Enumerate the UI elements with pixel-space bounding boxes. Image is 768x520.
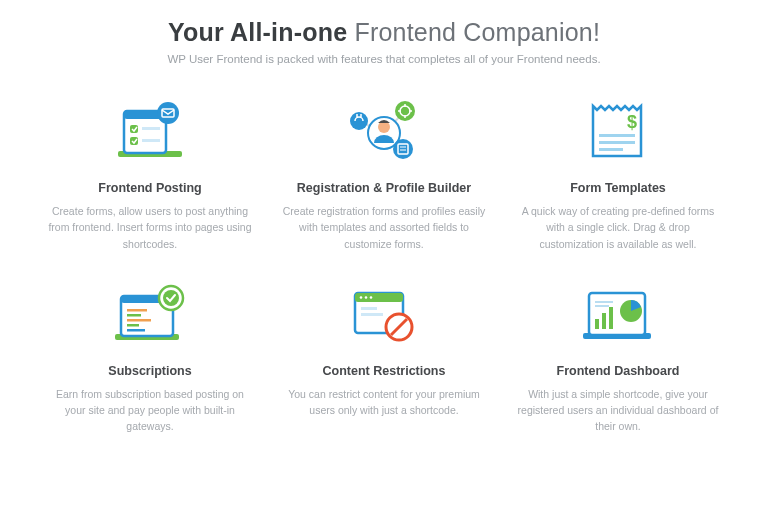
svg-point-32 (360, 296, 363, 299)
frontend-dashboard-icon (514, 278, 722, 354)
feature-subscriptions: Subscriptions Earn from subscription bas… (40, 278, 260, 435)
svg-rect-23 (127, 309, 147, 312)
svg-point-34 (370, 296, 373, 299)
svg-rect-35 (361, 307, 377, 310)
svg-rect-41 (595, 319, 599, 329)
feature-desc: Create forms, allow users to post anythi… (46, 203, 254, 252)
feature-content-restrictions: Content Restrictions You can restrict co… (274, 278, 494, 435)
features-grid: Frontend Posting Create forms, allow use… (40, 95, 728, 435)
content-restrictions-icon (280, 278, 488, 354)
hero: Your All-in-one Frontend Companion! WP U… (40, 18, 728, 65)
subscriptions-icon (46, 278, 254, 354)
svg-point-14 (393, 139, 413, 159)
svg-rect-6 (142, 139, 160, 142)
title-rest: Frontend Companion! (347, 18, 600, 46)
svg-rect-17 (599, 134, 635, 137)
svg-rect-42 (602, 313, 606, 329)
svg-rect-24 (127, 314, 141, 317)
svg-point-11 (350, 112, 368, 130)
svg-rect-26 (127, 324, 139, 327)
svg-rect-36 (361, 313, 383, 316)
feature-desc: Earn from subscription based posting on … (46, 386, 254, 435)
feature-desc: A quick way of creating pre-defined form… (514, 203, 722, 252)
feature-frontend-dashboard: Frontend Dashboard With just a simple sh… (508, 278, 728, 435)
feature-registration-profile: Registration & Profile Builder Create re… (274, 95, 494, 252)
svg-rect-18 (599, 141, 635, 144)
feature-desc: With just a simple shortcode, give your … (514, 386, 722, 435)
title-bold: Your All-in-one (168, 18, 347, 46)
svg-rect-4 (142, 127, 160, 130)
svg-rect-43 (609, 307, 613, 329)
page-title: Your All-in-one Frontend Companion! (40, 18, 728, 47)
feature-title: Subscriptions (46, 364, 254, 378)
svg-point-29 (163, 290, 179, 306)
page-subtitle: WP User Frontend is packed with features… (40, 53, 728, 65)
svg-rect-19 (599, 148, 623, 151)
svg-point-33 (365, 296, 368, 299)
feature-frontend-posting: Frontend Posting Create forms, allow use… (40, 95, 260, 252)
svg-text:$: $ (627, 112, 637, 132)
svg-point-7 (157, 102, 179, 124)
feature-desc: You can restrict content for your premiu… (280, 386, 488, 419)
feature-desc: Create registration forms and profiles e… (280, 203, 488, 252)
feature-title: Frontend Posting (46, 181, 254, 195)
frontend-posting-icon (46, 95, 254, 171)
svg-rect-27 (127, 329, 145, 332)
feature-title: Registration & Profile Builder (280, 181, 488, 195)
svg-rect-25 (127, 319, 151, 322)
form-templates-icon: $ (514, 95, 722, 171)
svg-rect-45 (595, 305, 609, 307)
feature-form-templates: $ Form Templates A quick way of creating… (508, 95, 728, 252)
feature-title: Content Restrictions (280, 364, 488, 378)
svg-rect-44 (595, 301, 613, 303)
feature-title: Form Templates (514, 181, 722, 195)
registration-profile-icon (280, 95, 488, 171)
feature-title: Frontend Dashboard (514, 364, 722, 378)
